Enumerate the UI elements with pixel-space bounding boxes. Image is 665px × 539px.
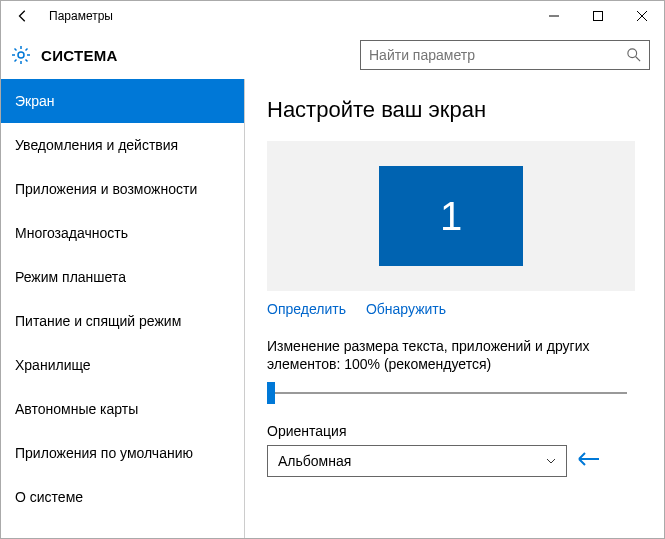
sidebar-item-label: Хранилище <box>15 357 91 373</box>
scaling-slider[interactable] <box>267 381 627 405</box>
monitor-number: 1 <box>440 194 462 239</box>
content: Экран Уведомления и действия Приложения … <box>1 79 664 538</box>
back-arrow-icon <box>16 9 30 23</box>
slider-track <box>267 392 627 394</box>
gear-icon <box>11 45 31 65</box>
sidebar-item-label: Экран <box>15 93 55 109</box>
sidebar-item-label: Приложения по умолчанию <box>15 445 193 461</box>
sidebar-item-apps-features[interactable]: Приложения и возможности <box>1 167 244 211</box>
minimize-button[interactable] <box>532 1 576 31</box>
search-input[interactable] <box>369 47 627 63</box>
slider-thumb[interactable] <box>267 382 275 404</box>
display-arrangement[interactable]: 1 <box>267 141 635 291</box>
sidebar-item-tablet-mode[interactable]: Режим планшета <box>1 255 244 299</box>
minimize-icon <box>549 11 559 21</box>
sidebar-item-label: Многозадачность <box>15 225 128 241</box>
sidebar-item-offline-maps[interactable]: Автономные карты <box>1 387 244 431</box>
orientation-dropdown[interactable]: Альбомная <box>267 445 567 477</box>
page-heading: Настройте ваш экран <box>267 97 642 123</box>
window-title: Параметры <box>45 9 113 23</box>
sidebar-item-display[interactable]: Экран <box>1 79 244 123</box>
sidebar-item-about[interactable]: О системе <box>1 475 244 519</box>
sidebar: Экран Уведомления и действия Приложения … <box>1 79 245 538</box>
sidebar-item-label: О системе <box>15 489 83 505</box>
sidebar-item-multitasking[interactable]: Многозадачность <box>1 211 244 255</box>
search-box[interactable] <box>360 40 650 70</box>
sidebar-item-default-apps[interactable]: Приложения по умолчанию <box>1 431 244 475</box>
sidebar-item-label: Режим планшета <box>15 269 126 285</box>
search-icon <box>627 48 641 62</box>
maximize-icon <box>593 11 603 21</box>
sidebar-item-label: Автономные карты <box>15 401 138 417</box>
back-button[interactable] <box>1 1 45 31</box>
monitor-tile[interactable]: 1 <box>379 166 523 266</box>
svg-rect-1 <box>594 12 603 21</box>
section-title: СИСТЕМА <box>41 47 118 64</box>
orientation-label: Ориентация <box>267 423 642 439</box>
sidebar-item-power-sleep[interactable]: Питание и спящий режим <box>1 299 244 343</box>
header: СИСТЕМА <box>1 31 664 79</box>
sidebar-item-label: Уведомления и действия <box>15 137 178 153</box>
close-button[interactable] <box>620 1 664 31</box>
svg-line-6 <box>636 57 640 61</box>
sidebar-item-storage[interactable]: Хранилище <box>1 343 244 387</box>
maximize-button[interactable] <box>576 1 620 31</box>
svg-point-4 <box>18 52 24 58</box>
sidebar-item-notifications[interactable]: Уведомления и действия <box>1 123 244 167</box>
close-icon <box>637 11 647 21</box>
identify-link[interactable]: Определить <box>267 301 346 317</box>
sidebar-item-label: Приложения и возможности <box>15 181 197 197</box>
pointer-arrow-icon <box>577 450 601 472</box>
svg-point-5 <box>628 49 637 58</box>
orientation-value: Альбомная <box>278 453 351 469</box>
main-panel: Настройте ваш экран 1 Определить Обнаруж… <box>245 79 664 538</box>
chevron-down-icon <box>546 456 556 466</box>
detect-link[interactable]: Обнаружить <box>366 301 446 317</box>
scaling-label: Изменение размера текста, приложений и д… <box>267 337 642 373</box>
sidebar-item-label: Питание и спящий режим <box>15 313 181 329</box>
display-actions: Определить Обнаружить <box>267 301 642 317</box>
settings-window: Параметры СИСТЕМА Экран Уведомления и де… <box>0 0 665 539</box>
titlebar: Параметры <box>1 1 664 31</box>
